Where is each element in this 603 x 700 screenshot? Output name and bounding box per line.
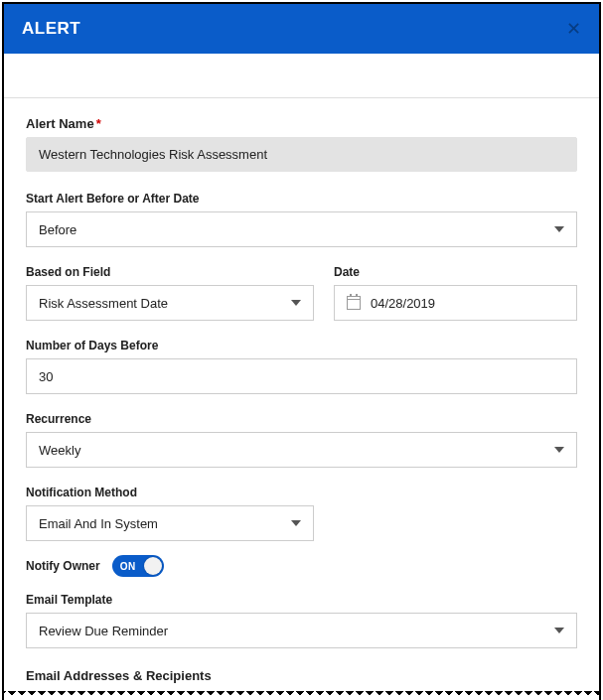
chevron-down-icon — [554, 628, 564, 633]
close-icon[interactable]: ✕ — [566, 18, 581, 40]
modal-header: ALERT ✕ — [4, 4, 599, 54]
days-before-label: Number of Days Before — [26, 339, 577, 352]
chevron-down-icon — [554, 226, 564, 232]
modal-content: Alert Name* Western Technologies Risk As… — [4, 54, 599, 683]
alert-name-label: Alert Name* — [26, 116, 577, 131]
date-value: 04/28/2019 — [371, 296, 435, 311]
email-template-value: Review Due Reminder — [39, 624, 168, 638]
based-on-field-value: Risk Assessment Date — [39, 296, 168, 311]
recipients-section-title: Email Addresses & Recipients — [26, 668, 577, 683]
alert-modal: ALERT ✕ Alert Name* Western Technologies… — [2, 2, 601, 700]
toggle-on-text: ON — [120, 561, 136, 572]
modal-title: ALERT — [22, 19, 80, 39]
chevron-down-icon — [291, 520, 301, 526]
required-asterisk: * — [96, 116, 101, 131]
start-alert-select[interactable]: Before — [26, 211, 577, 247]
chevron-down-icon — [291, 300, 301, 306]
divider — [4, 97, 599, 98]
notify-owner-toggle[interactable]: ON — [112, 555, 164, 577]
recurrence-select[interactable]: Weekly — [26, 432, 577, 468]
torn-edge — [2, 691, 601, 700]
date-label: Date — [334, 265, 577, 279]
chevron-down-icon — [554, 447, 564, 453]
start-alert-value: Before — [39, 222, 76, 237]
days-before-input[interactable]: 30 — [26, 358, 577, 394]
notify-owner-label: Notify Owner — [26, 559, 100, 573]
alert-name-input[interactable]: Western Technologies Risk Assessment — [26, 137, 577, 172]
calendar-icon — [347, 296, 361, 310]
notification-method-label: Notification Method — [26, 486, 577, 499]
date-input[interactable]: 04/28/2019 — [334, 285, 577, 321]
based-on-field-select[interactable]: Risk Assessment Date — [26, 285, 314, 321]
start-alert-label: Start Alert Before or After Date — [26, 192, 577, 206]
recurrence-label: Recurrence — [26, 412, 577, 426]
notification-method-value: Email And In System — [39, 516, 158, 531]
toggle-knob — [144, 557, 162, 575]
based-on-field-label: Based on Field — [26, 265, 314, 279]
email-template-select[interactable]: Review Due Reminder — [26, 613, 577, 648]
email-template-label: Email Template — [26, 593, 577, 607]
days-before-value: 30 — [39, 369, 53, 384]
recurrence-value: Weekly — [39, 443, 80, 458]
notification-method-select[interactable]: Email And In System — [26, 505, 314, 541]
